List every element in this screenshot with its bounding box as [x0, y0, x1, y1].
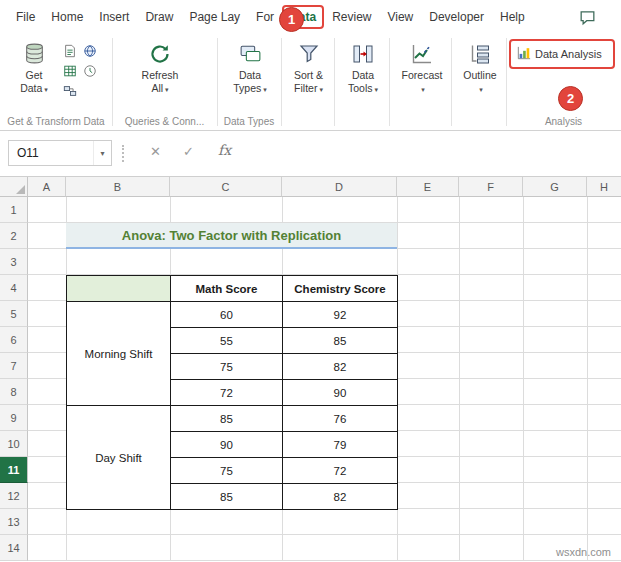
tab-home[interactable]: Home	[43, 5, 91, 29]
row-header-4[interactable]: 4	[0, 275, 28, 301]
from-table-range-icon[interactable]	[62, 63, 77, 78]
table-group-day-shift[interactable]: Day Shift	[67, 406, 171, 510]
table-data-cell[interactable]: 85	[171, 484, 283, 510]
from-text-csv-icon[interactable]	[62, 43, 77, 58]
row-header-2[interactable]: 2	[0, 223, 28, 249]
table-data-cell[interactable]: 75	[171, 354, 283, 380]
table-data-cell[interactable]: 75	[171, 458, 283, 484]
ribbon-data-panel: Get Data▾ Get & Transform Data	[0, 33, 621, 131]
refresh-all-label-line2: All	[151, 82, 163, 94]
group-separator	[506, 38, 507, 126]
formula-bar-grip[interactable]	[122, 145, 125, 162]
sheet-title-cell[interactable]: Anova: Two Factor with Replication	[66, 223, 397, 249]
table-data-cell[interactable]: 76	[283, 406, 398, 432]
table-data-cell[interactable]: 79	[283, 432, 398, 458]
database-icon	[22, 38, 47, 66]
tab-file[interactable]: File	[8, 5, 43, 29]
row-header-14[interactable]: 14	[0, 535, 28, 561]
name-box[interactable]: O11 ▾	[8, 140, 112, 166]
table-data-cell[interactable]: 85	[283, 328, 398, 354]
insert-function-icon[interactable]: fx	[218, 142, 231, 158]
table-header-math[interactable]: Math Score	[171, 276, 283, 302]
table-data-cell[interactable]: 82	[283, 354, 398, 380]
row-header-10[interactable]: 10	[0, 431, 28, 457]
tab-insert[interactable]: Insert	[91, 5, 137, 29]
table-data-cell[interactable]: 55	[171, 328, 283, 354]
worksheet-area[interactable]: A B C D E F G H 1 2 3 4 5 6 7 8 9 10 11 …	[0, 177, 621, 562]
data-types-button[interactable]: Data Types▾	[222, 38, 278, 95]
get-data-button[interactable]: Get Data▾	[10, 38, 58, 95]
get-data-label-line2: Data	[20, 82, 42, 94]
data-tools-button[interactable]: Data Tools▾	[339, 38, 387, 95]
from-web-icon[interactable]	[82, 43, 97, 58]
row-header-1[interactable]: 1	[0, 197, 28, 223]
funnel-icon	[297, 38, 321, 66]
table-data-cell[interactable]: 82	[283, 484, 398, 510]
column-header-E[interactable]: E	[397, 177, 459, 197]
group-label-get-transform: Get & Transform Data	[0, 116, 112, 127]
tab-draw[interactable]: Draw	[137, 5, 181, 29]
table-data-cell[interactable]: 92	[283, 302, 398, 328]
table-group-morning-shift[interactable]: Morning Shift	[67, 302, 171, 406]
row-header-9[interactable]: 9	[0, 405, 28, 431]
column-header-F[interactable]: F	[459, 177, 523, 197]
formula-bar: O11 ▾ ✕ ✓ fx	[0, 131, 621, 177]
row-header-8[interactable]: 8	[0, 379, 28, 405]
column-header-B[interactable]: B	[66, 177, 170, 197]
comments-button[interactable]	[576, 8, 598, 30]
sort-filter-button[interactable]: Sort & Filter▾	[285, 38, 332, 95]
data-types-icon	[238, 38, 263, 66]
group-separator	[112, 38, 113, 126]
table-corner-cell[interactable]	[67, 276, 171, 302]
tab-help[interactable]: Help	[492, 5, 533, 29]
refresh-all-label-line1: Refresh	[142, 69, 179, 81]
data-analysis-button[interactable]: Data Analysis	[517, 45, 602, 63]
tab-review[interactable]: Review	[324, 5, 379, 29]
row-header-13[interactable]: 13	[0, 509, 28, 535]
forecast-button[interactable]: Forecast ▾	[396, 38, 448, 95]
group-separator	[217, 38, 218, 126]
enter-icon[interactable]: ✓	[183, 144, 194, 159]
table-data-cell[interactable]: 72	[283, 458, 398, 484]
data-tools-label-line2: Tools	[348, 82, 373, 94]
data-analysis-label: Data Analysis	[535, 48, 602, 60]
chevron-down-icon: ▾	[263, 86, 267, 93]
gridline-vertical	[523, 197, 524, 561]
row-header-12[interactable]: 12	[0, 483, 28, 509]
refresh-all-button[interactable]: Refresh All▾	[132, 38, 188, 95]
data-table: Math Score Chemistry Score Morning Shift…	[66, 275, 398, 510]
row-header-3[interactable]: 3	[0, 249, 28, 275]
row-header-6[interactable]: 6	[0, 327, 28, 353]
column-header-G[interactable]: G	[523, 177, 587, 197]
column-header-H[interactable]: H	[587, 177, 621, 197]
column-header-A[interactable]: A	[28, 177, 66, 197]
column-header-C[interactable]: C	[170, 177, 282, 197]
excel-window: File Home Insert Draw Page Lay For Data …	[0, 0, 621, 562]
cancel-icon[interactable]: ✕	[150, 144, 161, 159]
select-all-corner[interactable]	[0, 177, 28, 197]
tab-view[interactable]: View	[379, 5, 421, 29]
table-data-cell[interactable]: 60	[171, 302, 283, 328]
data-tools-label-line1: Data	[352, 69, 374, 81]
outline-button[interactable]: Outline ▾	[456, 38, 504, 95]
forecast-chart-icon	[410, 38, 434, 66]
row-header-7[interactable]: 7	[0, 353, 28, 379]
outline-icon	[468, 38, 492, 66]
tab-formulas[interactable]: For	[248, 5, 282, 29]
table-data-cell[interactable]: 90	[283, 380, 398, 406]
table-data-cell[interactable]: 90	[171, 432, 283, 458]
formula-input[interactable]	[240, 140, 621, 166]
existing-connections-icon[interactable]	[62, 83, 77, 98]
tab-developer[interactable]: Developer	[421, 5, 492, 29]
tab-page-layout[interactable]: Page Lay	[181, 5, 248, 29]
column-header-D[interactable]: D	[282, 177, 397, 197]
recent-sources-icon[interactable]	[82, 63, 97, 78]
group-separator	[281, 38, 282, 126]
table-header-chemistry[interactable]: Chemistry Score	[283, 276, 398, 302]
table-data-cell[interactable]: 85	[171, 406, 283, 432]
gridline-vertical	[587, 197, 588, 561]
table-data-cell[interactable]: 72	[171, 380, 283, 406]
row-header-11-selected[interactable]: 11	[0, 457, 28, 483]
name-box-caret-icon[interactable]: ▾	[93, 141, 111, 165]
row-header-5[interactable]: 5	[0, 301, 28, 327]
